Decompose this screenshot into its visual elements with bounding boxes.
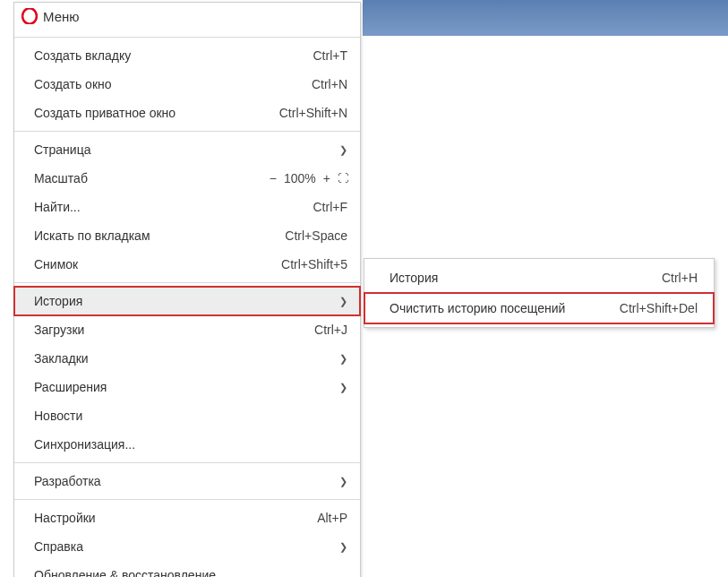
submenu-clear-history[interactable]: Очистить историю посещений Ctrl+Shift+De…: [364, 293, 714, 323]
menu-help[interactable]: Справка ❯: [14, 532, 360, 561]
chevron-right-icon: ❯: [338, 141, 347, 159]
chevron-right-icon: ❯: [338, 378, 347, 396]
separator: [14, 462, 360, 463]
menu-item-label: Страница: [34, 141, 330, 159]
menu-item-label: Разработка: [34, 472, 330, 490]
menu-new-tab[interactable]: Создать вкладку Ctrl+T: [14, 41, 360, 70]
menu-item-shortcut: Ctrl+Shift+N: [279, 104, 347, 122]
menu-item-label: Искать по вкладкам: [34, 227, 267, 245]
zoom-out-button[interactable]: −: [268, 169, 278, 187]
menu-news[interactable]: Новости: [14, 401, 360, 430]
menu-sync[interactable]: Синхронизация...: [14, 430, 360, 459]
menu-item-shortcut: Ctrl+J: [314, 321, 347, 339]
menu-item-label: Очистить историю посещений: [390, 299, 602, 317]
menu-item-label: Создать окно: [34, 75, 294, 93]
history-submenu: История Ctrl+H Очистить историю посещени…: [364, 258, 715, 328]
zoom-value: 100%: [284, 169, 316, 187]
opera-logo-icon: [21, 8, 38, 24]
menu-item-shortcut: Ctrl+Shift+Del: [620, 299, 698, 317]
menu-tab-search[interactable]: Искать по вкладкам Ctrl+Space: [14, 221, 360, 250]
menu-zoom[interactable]: Масштаб − 100% + ⛶: [14, 164, 360, 193]
menu-settings[interactable]: Настройки Alt+P: [14, 504, 360, 532]
chevron-right-icon: ❯: [338, 472, 347, 490]
menu-item-shortcut: Ctrl+F: [313, 198, 348, 216]
menu-item-label: Загрузки: [34, 321, 296, 339]
main-menu: Меню Создать вкладку Ctrl+T Создать окно…: [13, 2, 361, 577]
menu-item-label: Новости: [34, 407, 347, 425]
submenu-open-history[interactable]: История Ctrl+H: [364, 263, 714, 293]
menu-item-label: История: [34, 292, 330, 310]
menu-new-window[interactable]: Создать окно Ctrl+N: [14, 70, 360, 99]
separator: [14, 282, 360, 283]
menu-item-label: Создать приватное окно: [34, 104, 261, 122]
menu-page[interactable]: Страница ❯: [14, 135, 360, 164]
separator: [14, 37, 360, 38]
menu-item-label: Обновление & восстановление...: [34, 566, 347, 577]
menu-downloads[interactable]: Загрузки Ctrl+J: [14, 315, 360, 344]
zoom-controls: − 100% + ⛶: [268, 169, 347, 187]
menu-item-label: Расширения: [34, 378, 330, 396]
menu-title: Меню: [43, 9, 80, 24]
svg-point-0: [22, 8, 37, 23]
menu-item-label: Масштаб: [34, 169, 268, 187]
menu-item-shortcut: Alt+P: [317, 509, 347, 527]
menu-item-shortcut: Ctrl+Shift+5: [281, 255, 347, 273]
menu-item-label: Закладки: [34, 349, 330, 367]
chevron-right-icon: ❯: [338, 538, 347, 555]
menu-item-shortcut: Ctrl+T: [313, 47, 348, 65]
menu-item-label: Синхронизация...: [34, 435, 347, 453]
separator: [14, 131, 360, 132]
menu-new-private-window[interactable]: Создать приватное окно Ctrl+Shift+N: [14, 99, 360, 127]
chevron-right-icon: ❯: [338, 349, 347, 367]
menu-update[interactable]: Обновление & восстановление...: [14, 561, 360, 577]
zoom-in-button[interactable]: +: [321, 169, 332, 187]
menu-find[interactable]: Найти... Ctrl+F: [14, 193, 360, 221]
menu-item-label: Снимок: [34, 255, 263, 273]
menu-item-label: Найти...: [34, 198, 295, 216]
menu-item-label: Справка: [34, 538, 330, 555]
window-tab-bar: [363, 0, 728, 36]
menu-title-row: Меню: [14, 3, 360, 33]
menu-history[interactable]: История ❯: [14, 287, 360, 315]
menu-item-shortcut: Ctrl+H: [662, 269, 698, 287]
chevron-right-icon: ❯: [338, 292, 347, 310]
menu-item-label: Настройки: [34, 509, 299, 527]
menu-extensions[interactable]: Расширения ❯: [14, 373, 360, 401]
menu-item-label: История: [390, 269, 644, 287]
menu-bookmarks[interactable]: Закладки ❯: [14, 344, 360, 373]
menu-develop[interactable]: Разработка ❯: [14, 467, 360, 495]
menu-item-shortcut: Ctrl+Space: [285, 227, 347, 245]
menu-item-label: Создать вкладку: [34, 47, 295, 65]
menu-item-shortcut: Ctrl+N: [312, 75, 347, 93]
fullscreen-icon[interactable]: ⛶: [338, 169, 347, 187]
separator: [14, 499, 360, 500]
menu-snapshot[interactable]: Снимок Ctrl+Shift+5: [14, 250, 360, 279]
